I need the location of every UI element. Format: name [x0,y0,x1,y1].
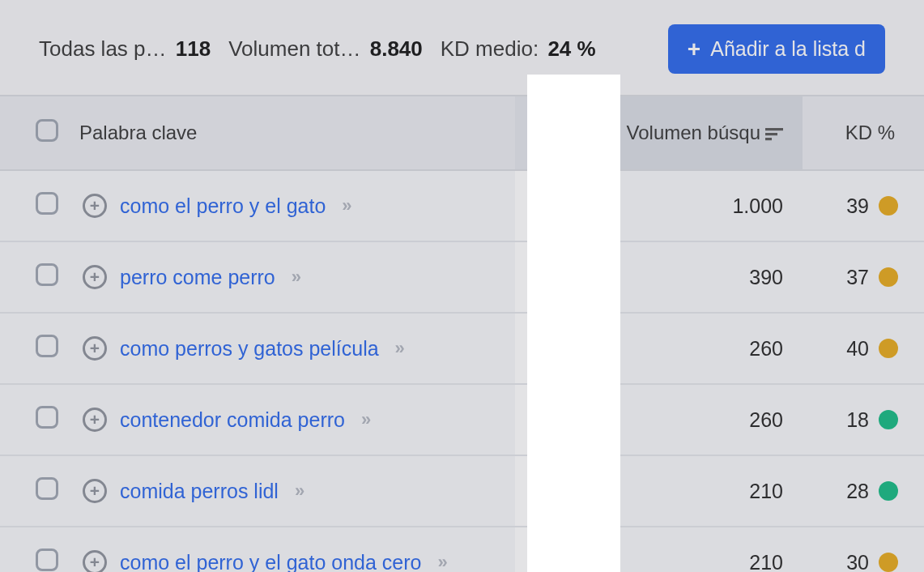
intent-badge-i: I [534,478,560,504]
kd-difficulty-dot [879,410,898,429]
kd-difficulty-dot [879,267,898,287]
kd-difficulty-dot [879,196,898,216]
kd-cell: 18 [803,384,924,455]
add-keyword-icon[interactable]: + [83,550,107,572]
kd-header[interactable]: KD % [803,96,924,170]
intent-cell: N [515,170,608,241]
kd-difficulty-dot [879,339,898,358]
kd-cell: 39 [803,170,924,241]
keyword-link[interactable]: como el perro y el gato onda cero [120,551,421,573]
keywords-table: Palabra clave Inte… Volumen búsqu KD % +… [0,95,924,572]
chevrons-icon[interactable]: » [437,552,444,572]
kd-cell: 40 [803,313,924,384]
keyword-link[interactable]: como el perro y el gato [120,194,326,218]
total-volume-label: Volumen tot… 8.840 [228,36,423,62]
volume-cell: 260 [608,384,803,455]
keyword-link[interactable]: comida perros lidl [120,480,279,503]
intent-badge-t: T [564,264,590,290]
select-all-checkbox[interactable] [36,119,58,142]
add-to-list-button[interactable]: + Añadir a la lista d [668,24,885,74]
intent-badge-t: T [564,335,590,361]
chevrons-icon[interactable]: » [395,338,402,359]
sort-desc-icon [765,128,783,141]
intent-badge-i: I [534,335,560,361]
volume-header[interactable]: Volumen búsqu [608,96,803,170]
intent-cell: IT [515,455,608,527]
row-checkbox[interactable] [36,192,58,215]
table-row: +perro come perro»IT39037 [0,241,924,313]
svg-rect-0 [765,128,783,130]
table-row: +como el perro y el gato onda cero»IN210… [0,527,924,572]
add-keyword-icon[interactable]: + [83,265,107,289]
volume-cell: 210 [608,527,803,572]
plus-icon: + [688,38,700,61]
intent-cell: IN [515,527,608,572]
intent-cell: IT [515,384,608,455]
intent-badge-n: N [549,193,575,219]
chevrons-icon[interactable]: » [292,267,298,288]
row-checkbox[interactable] [36,335,58,357]
chevrons-icon[interactable]: » [295,480,301,502]
row-checkbox[interactable] [36,263,58,286]
table-row: +como el perro y el gato»N1.00039 [0,170,924,241]
table-row: +contenedor comida perro»IT26018 [0,384,924,455]
row-checkbox[interactable] [36,406,58,429]
volume-cell: 210 [608,455,803,527]
table-row: +como perros y gatos película»IT26040 [0,313,924,384]
kd-cell: 37 [803,241,924,313]
chevrons-icon[interactable]: » [361,409,368,430]
keyword-link[interactable]: perro come perro [120,266,275,289]
kd-difficulty-dot [879,481,898,501]
add-keyword-icon[interactable]: + [83,194,107,218]
intent-badge-t: T [564,478,590,504]
keyword-link[interactable]: como perros y gatos película [120,337,379,361]
svg-rect-2 [765,138,772,140]
total-keywords-label: Todas las p… 118 [39,36,211,62]
select-all-header[interactable] [0,96,73,170]
chevrons-icon[interactable]: » [342,195,348,216]
add-keyword-icon[interactable]: + [83,479,107,503]
volume-cell: 260 [608,313,803,384]
add-keyword-icon[interactable]: + [83,336,107,361]
row-checkbox[interactable] [36,477,58,500]
kd-difficulty-dot [879,553,898,572]
add-to-list-label: Añadir a la lista d [710,37,866,61]
intent-badge-n: N [564,549,590,572]
intent-cell: IT [515,241,608,313]
kd-cell: 28 [803,455,924,527]
intent-header[interactable]: Inte… [515,96,608,170]
intent-badge-t: T [564,407,590,433]
keyword-header[interactable]: Palabra clave [73,96,515,170]
svg-rect-1 [765,133,777,135]
kd-cell: 30 [803,527,924,572]
volume-cell: 390 [608,241,803,313]
table-row: +comida perros lidl»IT21028 [0,455,924,527]
intent-cell: IT [515,313,608,384]
stats-bar: Todas las p… 118 Volumen tot… 8.840 KD m… [0,0,924,95]
add-keyword-icon[interactable]: + [83,408,107,432]
intent-badge-i: I [534,264,560,290]
row-checkbox[interactable] [36,549,58,571]
avg-kd-label: KD medio: 24 % [441,36,596,62]
intent-badge-i: I [534,407,560,433]
volume-cell: 1.000 [608,170,803,241]
keyword-link[interactable]: contenedor comida perro [120,408,345,432]
intent-badge-i: I [534,549,560,572]
